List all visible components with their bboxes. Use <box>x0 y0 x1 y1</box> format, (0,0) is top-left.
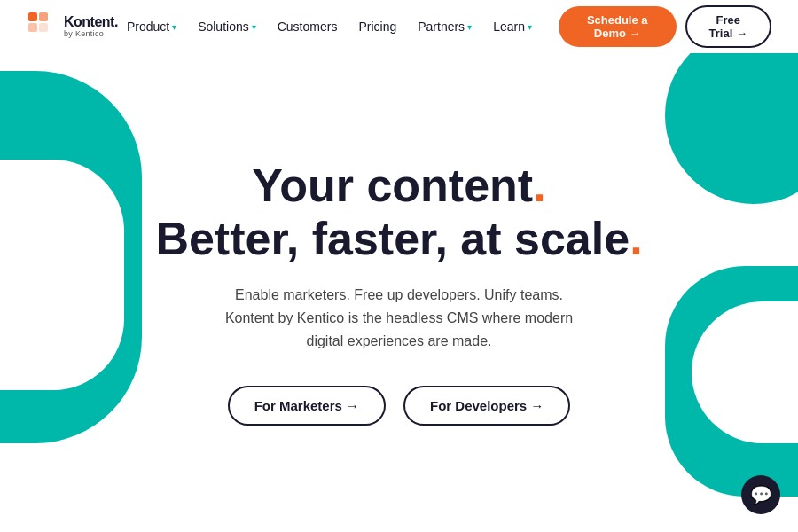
nav-item-partners[interactable]: Partners ▾ <box>409 14 481 39</box>
logo-sub: by Kentico <box>64 30 118 39</box>
nav-item-learn[interactable]: Learn ▾ <box>484 14 541 39</box>
for-developers-button[interactable]: For Developers → <box>403 386 570 426</box>
decorative-shape-left-inner <box>0 160 124 390</box>
nav-label-pricing: Pricing <box>358 20 396 34</box>
decorative-shape-right-top <box>665 53 798 204</box>
nav-cta: Schedule a Demo → Free Trial → <box>559 5 771 48</box>
hero-content: Your content. Better, faster, at scale. … <box>155 160 642 426</box>
chat-icon: 💬 <box>750 484 772 505</box>
svg-rect-3 <box>39 23 48 32</box>
hero-title-line2: Better, faster, at scale. <box>155 213 642 264</box>
logo-name: Kontent. <box>64 14 118 30</box>
nav-label-solutions: Solutions <box>198 20 249 34</box>
svg-rect-1 <box>39 12 48 21</box>
nav-label-partners: Partners <box>418 20 465 34</box>
svg-rect-2 <box>28 23 37 32</box>
nav-item-pricing[interactable]: Pricing <box>349 14 405 39</box>
nav-links: Product ▾ Solutions ▾ Customers Pricing … <box>118 14 541 39</box>
nav-label-product: Product <box>127 20 169 34</box>
chat-widget[interactable]: 💬 <box>741 475 780 514</box>
hero-section: Your content. Better, faster, at scale. … <box>0 53 798 532</box>
orange-dot-2: . <box>630 213 642 264</box>
nav-item-solutions[interactable]: Solutions ▾ <box>189 14 265 39</box>
orange-dot-1: . <box>533 160 545 211</box>
nav-item-product[interactable]: Product ▾ <box>118 14 185 39</box>
chevron-down-icon: ▾ <box>252 22 256 32</box>
chevron-down-icon: ▾ <box>467 22 472 32</box>
logo[interactable]: Kontent. by Kentico <box>27 11 118 43</box>
hero-subtitle: Enable marketers. Free up developers. Un… <box>213 284 585 354</box>
chevron-down-icon: ▾ <box>172 22 176 32</box>
nav-item-customers[interactable]: Customers <box>269 14 347 39</box>
nav-label-customers: Customers <box>278 20 338 34</box>
hero-buttons: For Marketers → For Developers → <box>155 386 642 426</box>
hero-title: Your content. Better, faster, at scale. <box>155 160 642 266</box>
schedule-demo-button[interactable]: Schedule a Demo → <box>559 6 677 47</box>
for-marketers-button[interactable]: For Marketers → <box>228 386 386 426</box>
chevron-down-icon: ▾ <box>528 22 532 32</box>
navbar: Kontent. by Kentico Product ▾ Solutions … <box>0 0 798 53</box>
free-trial-button[interactable]: Free Trial → <box>685 5 772 48</box>
hero-title-line1: Your content. <box>252 160 545 211</box>
nav-label-learn: Learn <box>493 20 525 34</box>
svg-rect-0 <box>28 12 37 21</box>
